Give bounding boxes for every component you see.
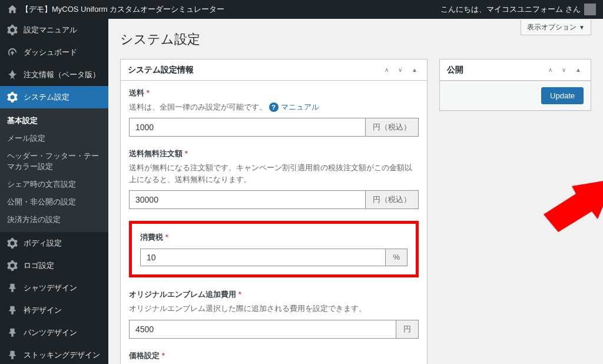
sidebar-item-label: パンツデザイン <box>24 327 77 338</box>
admin-sidebar: 設定マニュアル ダッシュボード 注文情報（ベータ版） システム設定 基本設定 メ… <box>0 19 108 364</box>
suffix-yen-tax: 円（税込） <box>366 190 419 209</box>
collapse-icon[interactable]: ▲ <box>409 64 420 75</box>
sidebar-item-settings-manual[interactable]: 設定マニュアル <box>0 19 108 41</box>
sidebar-subitem-basic[interactable]: 基本設定 <box>0 112 108 130</box>
sidebar-item-pants[interactable]: パンツデザイン <box>0 322 108 344</box>
suffix-yen: 円 <box>396 320 419 339</box>
move-up-icon[interactable]: ∧ <box>546 64 555 75</box>
sidebar-item-shirt[interactable]: シャツデザイン <box>0 277 108 299</box>
sidebar-subitem-payment[interactable]: 決済方法の設定 <box>0 211 108 229</box>
price-field: 価格設定 * 税込に設定された場合は、設定された商品価格、オプション価格等を、税… <box>129 350 419 364</box>
sidebar-item-label: ダッシュボード <box>24 47 77 58</box>
pin-icon <box>7 283 18 293</box>
avatar <box>584 4 596 15</box>
sidebar-item-label: 設定マニュアル <box>24 25 77 35</box>
gear-icon <box>7 25 18 35</box>
sidebar-item-label: 衿デザイン <box>24 305 62 316</box>
pin-icon <box>7 305 18 316</box>
sidebar-item-body[interactable]: ボディ設定 <box>0 232 108 254</box>
sidebar-item-label: シャツデザイン <box>24 283 77 293</box>
sidebar-subitem-mail[interactable]: メール設定 <box>0 130 108 147</box>
collapse-icon[interactable]: ▲ <box>573 64 584 75</box>
publish-box: 公開 ∧ ∨ ▲ Update <box>439 59 591 111</box>
sidebar-item-logo[interactable]: ロゴ設定 <box>0 254 108 277</box>
publish-title: 公開 <box>447 65 463 75</box>
sidebar-item-label: ロゴ設定 <box>24 260 54 271</box>
admin-bar: 【デモ】MyCOS Uniform カスタムオーダーシミュレーター こんにちは、… <box>0 0 603 19</box>
tax-input[interactable] <box>140 249 386 266</box>
sidebar-item-dashboard[interactable]: ダッシュボード <box>0 41 108 64</box>
pin-icon <box>7 70 18 80</box>
sidebar-subitem-publish[interactable]: 公開・非公開の設定 <box>0 193 108 211</box>
metabox-title: システム設定情報 <box>128 65 194 75</box>
sidebar-subitem-share[interactable]: シェア時の文言設定 <box>0 176 108 193</box>
move-down-icon[interactable]: ∨ <box>396 64 405 75</box>
site-title[interactable]: 【デモ】MyCOS Uniform カスタムオーダーシミュレーター <box>21 4 224 15</box>
dashboard-icon <box>7 47 18 58</box>
gear-icon <box>7 238 18 249</box>
pin-icon <box>7 350 18 360</box>
chevron-down-icon: ▼ <box>579 24 585 31</box>
sidebar-item-system-settings[interactable]: システム設定 <box>0 86 108 108</box>
free-shipping-input[interactable] <box>129 190 366 209</box>
suffix-percent: % <box>386 249 407 266</box>
suffix-yen-tax: 円（税込） <box>366 118 419 137</box>
update-button[interactable]: Update <box>541 87 584 104</box>
free-shipping-field: 送料無料注文額 * 送料が無料になる注文額です。キャンペーン割引適用前の税抜注文… <box>129 148 419 209</box>
sidebar-submenu: 基本設定 メール設定 ヘッダー・フッター・テーマカラー設定 シェア時の文言設定 … <box>0 108 108 232</box>
shipping-input[interactable] <box>129 118 366 137</box>
sidebar-item-label: ボディ設定 <box>24 238 62 249</box>
move-up-icon[interactable]: ∧ <box>382 64 391 75</box>
sidebar-item-collar[interactable]: 衿デザイン <box>0 299 108 322</box>
gear-icon <box>7 260 18 271</box>
screen-options-button[interactable]: 表示オプション ▼ <box>521 20 591 35</box>
sidebar-item-orders[interactable]: 注文情報（ベータ版） <box>0 64 108 86</box>
account-menu[interactable]: こんにちは、マイコスユニフォーム さん <box>440 4 596 15</box>
sidebar-item-label: システム設定 <box>24 92 69 102</box>
sidebar-item-label: 注文情報（ベータ版） <box>24 70 100 80</box>
help-icon: ? <box>269 102 279 112</box>
pin-icon <box>7 327 18 338</box>
manual-link[interactable]: ?マニュアル <box>269 101 319 113</box>
emblem-field: オリジナルエンブレム追加費用 * オリジナルエンブレム選択した際に追加される費用… <box>129 289 419 338</box>
tax-field-highlighted: 消費税 * % <box>129 221 419 277</box>
sidebar-subitem-theme[interactable]: ヘッダー・フッター・テーマカラー設定 <box>0 147 108 176</box>
sidebar-item-label: ストッキングデザイン <box>24 350 100 360</box>
sidebar-item-stocking[interactable]: ストッキングデザイン <box>0 344 108 364</box>
system-settings-box: システム設定情報 ∧ ∨ ▲ 送料 * 送料は、全国一律のみ設定が可能です。 <box>120 59 428 364</box>
emblem-input[interactable] <box>129 320 396 339</box>
gear-icon <box>7 92 18 102</box>
home-icon[interactable] <box>7 4 18 15</box>
shipping-field: 送料 * 送料は、全国一律のみ設定が可能です。 ?マニュアル 円（税込） <box>129 88 419 137</box>
move-down-icon[interactable]: ∨ <box>559 64 568 75</box>
